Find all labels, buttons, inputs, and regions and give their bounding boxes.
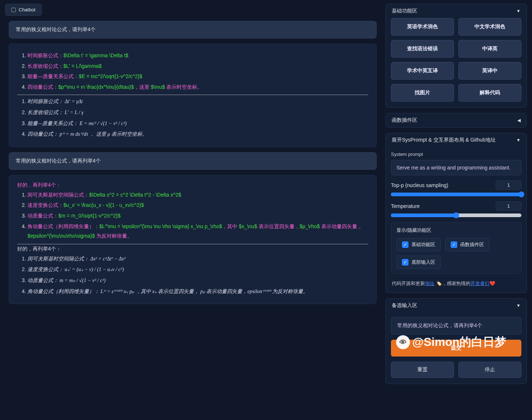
user-message-1: 常用的狭义相对论公式，请列举4个 bbox=[9, 21, 377, 39]
basic-functions-panel: 基础功能区 ▼ 英语学术润色中文学术润色查找语法错误中译英学术中英互译英译中找图… bbox=[385, 4, 527, 108]
func-button-5[interactable]: 英译中 bbox=[458, 62, 521, 80]
func-button-3[interactable]: 中译英 bbox=[458, 40, 521, 58]
chevron-down-icon: ▼ bbox=[516, 303, 521, 308]
contributors-link[interactable]: 开发者们 bbox=[470, 281, 489, 286]
divider bbox=[17, 95, 368, 95]
checkbox-icon: ✓ bbox=[402, 259, 409, 266]
chevron-left-icon: ◀ bbox=[517, 118, 521, 123]
source-link[interactable]: 地址 bbox=[425, 281, 435, 286]
rendered-list-1: 时间膨胀公式： Δt′ = γΔt 长度收缩公式： L′ = L / γ 能量—… bbox=[17, 96, 368, 139]
reset-button[interactable]: 重置 bbox=[391, 362, 454, 378]
assistant-message-1: 时间膨胀公式：$\Delta t' = \gamma \Delta t$ 长度收… bbox=[9, 44, 377, 147]
slider-thumb[interactable] bbox=[453, 212, 459, 218]
func-button-7[interactable]: 解释代码 bbox=[458, 84, 521, 102]
toggle-2[interactable]: ✓底部输入区 bbox=[396, 256, 441, 269]
system-prompt-label: System prompt bbox=[391, 151, 521, 157]
top-p-track[interactable] bbox=[391, 193, 521, 196]
chevron-down-icon: ▼ bbox=[516, 8, 521, 14]
plugin-panel-header[interactable]: 函数插件区 ◀ bbox=[386, 113, 527, 127]
top-p-slider: Top-p (nucleus sampling) 1 bbox=[391, 180, 521, 196]
func-button-1[interactable]: 中文学术润色 bbox=[458, 18, 521, 36]
func-button-4[interactable]: 学术中英互译 bbox=[391, 62, 454, 80]
plugin-panel: 函数插件区 ◀ bbox=[385, 113, 527, 128]
temperature-track[interactable] bbox=[391, 213, 521, 217]
chatbot-tab[interactable]: Chatbot bbox=[5, 4, 42, 16]
tab-label: Chatbot bbox=[19, 7, 36, 12]
chevron-down-icon: ▼ bbox=[516, 138, 521, 143]
submit-button[interactable]: 提交 bbox=[391, 340, 521, 357]
temperature-slider: Temperature 1 bbox=[391, 201, 521, 217]
alt-input-panel: 备选输入区 ▼ 常用的狭义相对论公式，请再列举4个 提交 重置 停止 bbox=[385, 298, 527, 384]
checkbox-icon: ✓ bbox=[451, 241, 457, 248]
system-prompt-input[interactable]: Serve me as a writing and programming as… bbox=[391, 160, 521, 175]
toggle-0[interactable]: ✓基础功能区 bbox=[396, 238, 441, 251]
raw-list-2: 闵可夫斯基时空间隔公式：$\Delta s^2 = c^2 \Delta t^2… bbox=[17, 190, 368, 241]
raw-list-1: 时间膨胀公式：$\Delta t' = \gamma \Delta t$ 长度收… bbox=[17, 51, 368, 92]
stop-button[interactable]: 停止 bbox=[458, 362, 521, 378]
toggle-1[interactable]: ✓函数插件区 bbox=[445, 238, 489, 251]
user-message-2: 常用的狭义相对论公式，请再列举4个 bbox=[9, 152, 377, 170]
assistant-message-2: 好的，再列举4个： 闵可夫斯基时空间隔公式：$\Delta s^2 = c^2 … bbox=[9, 175, 377, 304]
basic-panel-header[interactable]: 基础功能区 ▼ bbox=[386, 4, 527, 18]
alt-input-header[interactable]: 备选输入区 ▼ bbox=[386, 299, 527, 313]
rendered-list-2: 闵可夫斯基时空间隔公式： Δs² = c²Δt² − Δx² 速度变换公式： u… bbox=[17, 254, 368, 296]
top-p-value-input[interactable]: 1 bbox=[496, 180, 521, 190]
func-button-2[interactable]: 查找语法错误 bbox=[391, 40, 454, 58]
footer-text: 代码开源和更新地址 🏷️，感谢热情的开发者们❤️ bbox=[391, 279, 521, 287]
slider-thumb[interactable] bbox=[518, 191, 524, 197]
sysprompt-panel: 展开SysPrompt & 交互界面布局 & Github地址 ▼ System… bbox=[385, 133, 527, 293]
divider bbox=[17, 244, 368, 244]
show-hide-section: 显示/隐藏功能区 ✓基础功能区✓函数插件区✓底部输入区 bbox=[391, 222, 521, 274]
temperature-value-input[interactable]: 1 bbox=[496, 201, 521, 211]
chat-icon bbox=[11, 8, 16, 12]
checkbox-icon: ✓ bbox=[402, 241, 409, 248]
sysprompt-panel-header[interactable]: 展开SysPrompt & 交互界面布局 & Github地址 ▼ bbox=[386, 133, 527, 147]
alt-text-input[interactable]: 常用的狭义相对论公式，请再列举4个 bbox=[391, 317, 521, 335]
func-button-6[interactable]: 找图片 bbox=[391, 84, 454, 102]
func-button-0[interactable]: 英语学术润色 bbox=[391, 18, 454, 36]
